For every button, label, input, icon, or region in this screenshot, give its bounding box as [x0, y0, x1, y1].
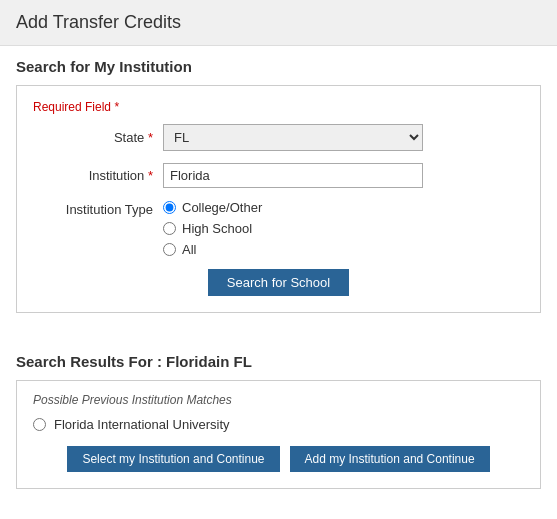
radio-highschool-input[interactable]: [163, 222, 176, 235]
institution-input[interactable]: [163, 163, 423, 188]
result-radio[interactable]: [33, 418, 46, 431]
add-institution-button[interactable]: Add my Institution and Continue: [290, 446, 490, 472]
search-form-box: Required Field * State * FL AL GA NY CA …: [16, 85, 541, 313]
radio-college-label: College/Other: [182, 200, 262, 215]
radio-all-input[interactable]: [163, 243, 176, 256]
result-buttons-row: Select my Institution and Continue Add m…: [33, 446, 524, 472]
result-label: Florida International University: [54, 417, 230, 432]
institution-type-row: Institution Type College/Other High Scho…: [33, 200, 524, 257]
institution-type-radio-group: College/Other High School All: [163, 200, 262, 257]
radio-highschool-label: High School: [182, 221, 252, 236]
institution-type-label: Institution Type: [33, 200, 163, 217]
results-subtitle: Possible Previous Institution Matches: [33, 393, 524, 407]
required-star: *: [114, 100, 119, 114]
results-section: Search Results For : Floridain FL Possib…: [0, 341, 557, 501]
results-box: Possible Previous Institution Matches Fl…: [16, 380, 541, 489]
results-title: Search Results For : Floridain FL: [16, 353, 541, 370]
radio-college[interactable]: College/Other: [163, 200, 262, 215]
select-institution-button[interactable]: Select my Institution and Continue: [67, 446, 279, 472]
radio-all[interactable]: All: [163, 242, 262, 257]
institution-label: Institution *: [33, 168, 163, 183]
required-field-notice: Required Field *: [33, 100, 524, 114]
state-row: State * FL AL GA NY CA: [33, 124, 524, 151]
search-section-title: Search for My Institution: [16, 58, 541, 75]
page-title: Add Transfer Credits: [16, 12, 541, 33]
state-label: State *: [33, 130, 163, 145]
institution-row: Institution *: [33, 163, 524, 188]
radio-college-input[interactable]: [163, 201, 176, 214]
page-header: Add Transfer Credits: [0, 0, 557, 46]
search-button-row: Search for School: [33, 269, 524, 296]
radio-all-label: All: [182, 242, 196, 257]
state-select[interactable]: FL AL GA NY CA: [163, 124, 423, 151]
search-button[interactable]: Search for School: [208, 269, 349, 296]
radio-highschool[interactable]: High School: [163, 221, 262, 236]
search-section: Search for My Institution Required Field…: [0, 46, 557, 341]
result-item: Florida International University: [33, 417, 524, 432]
